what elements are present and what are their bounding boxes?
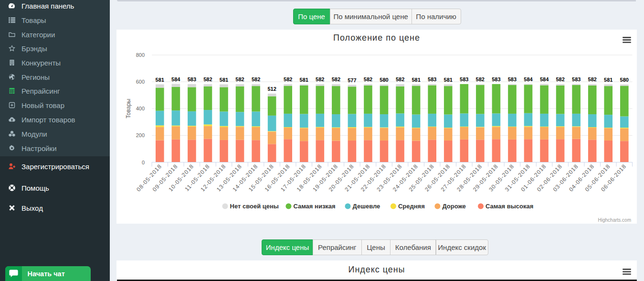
svg-text:583: 583: [428, 76, 436, 82]
svg-text:Положение по цене: Положение по цене: [333, 33, 420, 43]
svg-text:582: 582: [235, 76, 244, 82]
svg-text:582: 582: [252, 76, 260, 82]
svg-text:581: 581: [444, 77, 453, 83]
svg-text:Товары: Товары: [125, 99, 132, 119]
svg-text:582: 582: [396, 76, 404, 82]
svg-text:400: 400: [136, 106, 145, 111]
svg-text:582: 582: [284, 76, 292, 82]
svg-text:582: 582: [476, 76, 485, 82]
svg-text:583: 583: [188, 76, 196, 82]
svg-text:Самая высокая: Самая высокая: [486, 203, 533, 210]
svg-text:583: 583: [460, 76, 468, 82]
svg-text:581: 581: [412, 77, 420, 83]
svg-text:584: 584: [171, 76, 180, 82]
svg-text:581: 581: [604, 77, 612, 83]
svg-text:581: 581: [300, 77, 308, 83]
svg-text:600: 600: [136, 79, 145, 85]
svg-text:584: 584: [524, 76, 533, 82]
svg-text:580: 580: [620, 77, 629, 83]
svg-text:Самая низкая: Самая низкая: [293, 203, 335, 210]
svg-text:Highcharts.com: Highcharts.com: [598, 217, 631, 223]
svg-text:200: 200: [136, 132, 145, 138]
svg-text:581: 581: [220, 77, 228, 83]
svg-text:583: 583: [492, 76, 500, 82]
svg-text:583: 583: [508, 76, 517, 82]
svg-text:Нет своей цены: Нет своей цены: [230, 203, 279, 210]
svg-text:Индекс цены: Индекс цены: [348, 265, 405, 274]
svg-text:582: 582: [556, 76, 564, 82]
svg-text:583: 583: [572, 76, 581, 82]
svg-text:581: 581: [156, 77, 164, 83]
svg-text:582: 582: [332, 76, 340, 82]
svg-text:800: 800: [136, 52, 145, 58]
svg-text:582: 582: [316, 76, 324, 82]
svg-text:577: 577: [348, 77, 356, 83]
svg-text:Дешевле: Дешевле: [353, 203, 380, 210]
svg-text:582: 582: [588, 76, 597, 82]
svg-text:0: 0: [142, 160, 145, 165]
svg-text:584: 584: [540, 76, 549, 82]
svg-text:582: 582: [364, 76, 372, 82]
svg-text:512: 512: [267, 86, 276, 92]
svg-text:580: 580: [380, 77, 388, 83]
svg-text:Дороже: Дороже: [442, 203, 465, 210]
svg-text:582: 582: [203, 76, 212, 82]
svg-text:Средняя: Средняя: [398, 203, 425, 210]
